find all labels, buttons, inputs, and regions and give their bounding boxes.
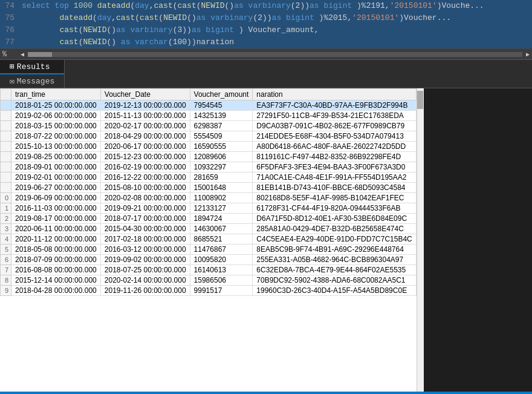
cell-voucher-date: 2015-08-10 00:00:00.000 <box>100 183 190 193</box>
table-row[interactable]: 82015-12-14 00:00:00.0002020-02-14 00:00… <box>1 275 417 286</box>
table-row[interactable]: 2015-10-13 00:00:00.0002020-06-17 00:00:… <box>1 142 417 152</box>
cell-voucher-amount: 6298387 <box>190 121 253 131</box>
cell-tran-time: 2020-06-11 00:00:00.000 <box>11 224 101 234</box>
results-container[interactable]: tran_timeVoucher_DateVoucher_amountnarat… <box>0 88 417 392</box>
table-row[interactable]: 92018-04-28 00:00:00.0002019-11-26 00:00… <box>1 286 417 296</box>
cell-tran-time: 2020-11-12 00:00:00.000 <box>11 234 101 245</box>
cell-naration: 61728F31-CF44-4F19-820A-09444533F6AB <box>253 203 416 214</box>
cell-voucher-date: 2019-09-21 00:00:00.000 <box>100 203 190 214</box>
tab-label-messages: Messages <box>17 77 54 86</box>
cell-voucher-amount: 8685521 <box>190 234 253 245</box>
table-row[interactable]: 12016-11-03 00:00:00.0002019-09-21 00:00… <box>1 203 417 214</box>
code-line-74[interactable]: 74select top 1000 dateadd(day,cast(cast(… <box>0 0 532 12</box>
cell-voucher-date: 2015-11-13 00:00:00.000 <box>100 111 190 121</box>
cell-tran-time: 2015-10-13 00:00:00.000 <box>11 142 101 152</box>
cell-voucher-amount: 14630067 <box>190 224 253 234</box>
table-row[interactable]: 2018-03-15 00:00:00.0002020-02-17 00:00:… <box>1 121 417 131</box>
cell-naration: 70B9DC92-5902-4388-ADA6-68C0082AA5C1 <box>253 275 416 286</box>
table-row[interactable]: 22019-08-17 00:00:00.0002018-07-17 00:00… <box>1 214 417 224</box>
horizontal-scrollbar[interactable]: % ◀ ▶ <box>0 49 532 60</box>
table-row[interactable]: 2018-01-25 00:00:00.0002019-12-13 00:00:… <box>1 100 417 111</box>
table-row[interactable]: 52018-05-08 00:00:00.0002016-03-12 00:00… <box>1 245 417 255</box>
table-row[interactable]: 32020-06-11 00:00:00.0002015-04-30 00:00… <box>1 224 417 234</box>
cell-tran-time: 2019-08-25 00:00:00.000 <box>11 152 101 162</box>
table-row[interactable]: 62018-07-09 00:00:00.0002019-09-02 00:00… <box>1 255 417 265</box>
code-line-77[interactable]: 77 cast(NEWID() as varchar(100))naration <box>0 36 532 48</box>
table-row[interactable]: 2019-06-27 00:00:00.0002015-08-10 00:00:… <box>1 183 417 193</box>
scroll-track[interactable] <box>28 52 522 57</box>
line-content: select top 1000 dateadd(day,cast(cast(NE… <box>19 0 532 12</box>
table-row[interactable]: 72016-08-08 00:00:00.0002018-07-25 00:00… <box>1 265 417 275</box>
cell-voucher-date: 2020-06-17 00:00:00.000 <box>100 142 190 152</box>
cell-voucher-date: 2020-02-08 00:00:00.000 <box>100 193 190 203</box>
row-number: 7 <box>1 265 11 275</box>
table-row[interactable]: 42020-11-12 00:00:00.0002017-02-18 00:00… <box>1 234 417 245</box>
cell-voucher-date: 2019-11-26 00:00:00.000 <box>100 286 190 296</box>
row-number <box>1 142 11 152</box>
cell-voucher-date: 2015-12-23 00:00:00.000 <box>100 152 190 162</box>
scroll-right-arrow[interactable]: ▶ <box>524 51 532 58</box>
row-number: 6 <box>1 255 11 265</box>
table-row[interactable]: 02019-06-09 00:00:00.0002020-02-08 00:00… <box>1 193 417 203</box>
cell-voucher-amount: 11476867 <box>190 245 253 255</box>
cell-naration: A80D6418-66AC-480F-8AAE-26022742D5DD <box>253 142 416 152</box>
cell-naration: 27291F50-11CB-4F39-B534-21EC17638EDA <box>253 111 416 121</box>
line-content: cast(NEWID() as varchar(100))naration <box>19 36 532 48</box>
cell-tran-time: 2018-07-22 00:00:00.000 <box>11 131 101 142</box>
row-number: 0 <box>1 193 11 203</box>
column-header-tran-time: tran_time <box>11 89 101 100</box>
cell-voucher-amount: 11008902 <box>190 193 253 203</box>
row-number <box>1 172 11 183</box>
cell-naration: 802168D8-5E5F-41AF-9985-B1042EAF1FEC <box>253 193 416 203</box>
table-row[interactable]: 2019-02-06 00:00:00.0002015-11-13 00:00:… <box>1 111 417 121</box>
scroll-left-arrow[interactable]: ◀ <box>18 51 27 58</box>
cell-voucher-date: 2018-04-29 00:00:00.000 <box>100 131 190 142</box>
cell-voucher-date: 2019-09-02 00:00:00.000 <box>100 255 190 265</box>
cell-voucher-amount: 9991517 <box>190 286 253 296</box>
cell-voucher-date: 2017-02-18 00:00:00.000 <box>100 234 190 245</box>
table-row[interactable]: 2018-07-22 00:00:00.0002018-04-29 00:00:… <box>1 131 417 142</box>
line-number: 76 <box>0 24 19 36</box>
grid-icon: ⊞ <box>10 62 15 71</box>
scroll-thumb[interactable] <box>28 52 52 57</box>
vscroll-thumb[interactable] <box>417 91 423 109</box>
results-table: tran_timeVoucher_DateVoucher_amountnarat… <box>0 88 417 296</box>
cell-voucher-date: 2020-02-17 00:00:00.000 <box>100 121 190 131</box>
scroll-percent: % <box>0 50 18 59</box>
cell-voucher-date: 2016-03-12 00:00:00.000 <box>100 245 190 255</box>
cell-voucher-amount: 281659 <box>190 172 253 183</box>
cell-voucher-amount: 16590555 <box>190 142 253 152</box>
row-number: 9 <box>1 286 11 296</box>
row-number: 1 <box>1 203 11 214</box>
tab-messages[interactable]: ✉Messages <box>0 74 65 88</box>
cell-tran-time: 2016-08-08 00:00:00.000 <box>11 265 101 275</box>
cell-tran-time: 2019-02-06 00:00:00.000 <box>11 111 101 121</box>
row-number <box>1 100 11 111</box>
cell-voucher-amount: 15001648 <box>190 183 253 193</box>
cell-voucher-amount: 12133127 <box>190 203 253 214</box>
status-bar: Query executed successfully. Sales 00:00… <box>0 392 532 394</box>
cell-tran-time: 2018-01-25 00:00:00.000 <box>11 100 101 111</box>
row-number <box>1 152 11 162</box>
line-number: 77 <box>0 36 19 48</box>
vertical-scrollbar[interactable] <box>417 88 424 392</box>
cell-tran-time: 2018-07-09 00:00:00.000 <box>11 255 101 265</box>
line-content: dateadd(day,cast(cast(NEWID()as varbinar… <box>19 12 532 24</box>
column-header-naration: naration <box>253 89 416 100</box>
line-number: 75 <box>0 12 19 24</box>
code-line-76[interactable]: 76 cast(NEWID()as varbinary(3))as bigint… <box>0 24 532 36</box>
code-line-75[interactable]: 75 dateadd(day,cast(cast(NEWID()as varbi… <box>0 12 532 24</box>
column-header-voucher-amount: Voucher_amount <box>190 89 253 100</box>
cell-naration: 285A81A0-0429-4DE7-B32D-6B25658E474C <box>253 224 416 234</box>
cell-naration: D9CA03B7-091C-4B02-862E-677F0989CB79 <box>253 121 416 131</box>
tab-results[interactable]: ⊞Results <box>0 60 65 74</box>
table-row[interactable]: 2019-02-01 00:00:00.0002016-12-22 00:00:… <box>1 172 417 183</box>
table-row[interactable]: 2018-09-01 00:00:00.0002016-02-19 00:00:… <box>1 162 417 172</box>
code-editor[interactable]: 74select top 1000 dateadd(day,cast(cast(… <box>0 0 532 49</box>
cell-voucher-date: 2016-02-19 00:00:00.000 <box>100 162 190 172</box>
row-number <box>1 183 11 193</box>
cell-tran-time: 2019-02-01 00:00:00.000 <box>11 172 101 183</box>
cell-naration: 6C32ED8A-7BCA-4E79-9E44-864F02AE5535 <box>253 265 416 275</box>
cell-voucher-amount: 16140613 <box>190 265 253 275</box>
table-row[interactable]: 2019-08-25 00:00:00.0002015-12-23 00:00:… <box>1 152 417 162</box>
